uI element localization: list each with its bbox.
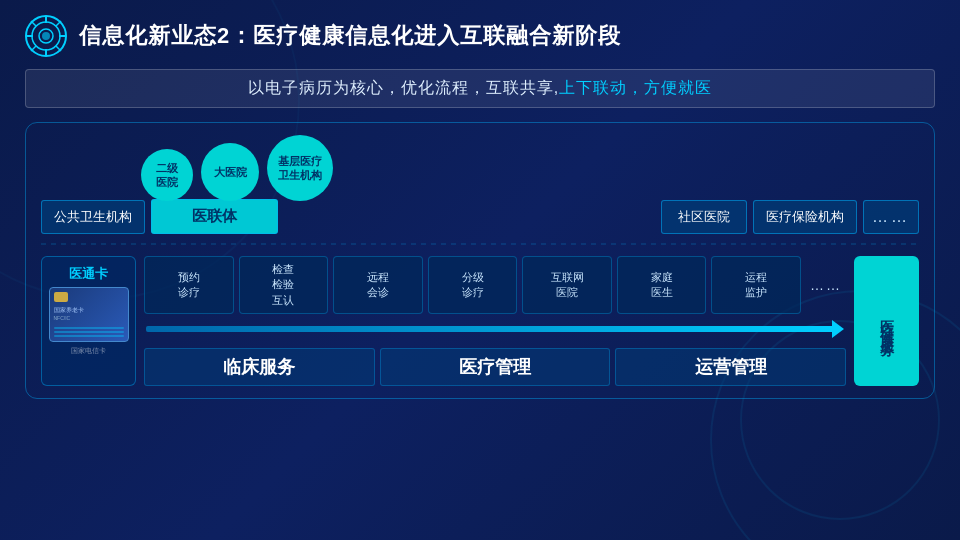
dots-item: …… [810,277,842,293]
arrow-row [144,320,846,338]
bubble-2: 基层医疗卫生机构 [267,135,333,201]
card-label: 医通卡 [69,265,108,283]
arrow-body [146,326,832,332]
arrow-head [832,320,844,338]
bottom-labels: 临床服务 医疗管理 运营管理 [144,348,846,386]
bubbles-row: 二级医院 大医院 基层医疗卫生机构 [141,135,919,201]
card-right: 医疗 健康 服务 [854,256,919,386]
bubble-1: 大医院 [201,143,259,201]
institutions-row: 公共卫生机构 医联体 社区医院 医疗保险机构 …… [41,199,919,234]
card-image: 国家养老卡 NFC/IC [49,287,129,342]
inst-public-health: 公共卫生机构 [41,200,145,234]
card-lines [54,321,124,337]
service-item-1: 检查检验互认 [239,256,329,314]
card-chip [54,292,68,302]
bottom-label-2: 运营管理 [615,348,846,386]
inst-more: …… [863,200,919,234]
bubble-0: 二级医院 [141,149,193,201]
middle-section: 医通卡 国家养老卡 NFC/IC 国家电信卡 [41,256,919,386]
inst-community-hospital: 社区医院 [661,200,747,234]
inst-insurance: 医疗保险机构 [753,200,857,234]
content-area: 二级医院 大医院 基层医疗卫生机构 公共卫生机构 医联体 社区医院 医疗保险机构 [25,122,935,399]
service-item-0: 预约诊疗 [144,256,234,314]
services-grid: 预约诊疗 检查检验互认 远程会诊 分级诊疗 互联网医院 家庭医生 运程监护 …… [144,256,846,386]
service-item-6: 运程监护 [711,256,801,314]
subtitle-highlight: 上下联动，方便就医 [559,79,712,96]
inst-medical-union: 医联体 [151,199,278,234]
main-container: 信息化新业态2：医疗健康信息化进入互联融合新阶段 以电子病历为核心，优化流程，互… [0,0,960,540]
services-top-row: 预约诊疗 检查检验互认 远程会诊 分级诊疗 互联网医院 家庭医生 运程监护 …… [144,256,846,314]
card-sub: 国家电信卡 [71,346,106,356]
service-item-5: 家庭医生 [617,256,707,314]
service-item-2: 远程会诊 [333,256,423,314]
bottom-label-0: 临床服务 [144,348,375,386]
service-item-4: 互联网医院 [522,256,612,314]
card-left: 医通卡 国家养老卡 NFC/IC 国家电信卡 [41,256,136,386]
bottom-label-1: 医疗管理 [380,348,611,386]
arrow-container: …… [806,256,846,314]
dashed-divider [41,238,919,250]
service-item-3: 分级诊疗 [428,256,518,314]
